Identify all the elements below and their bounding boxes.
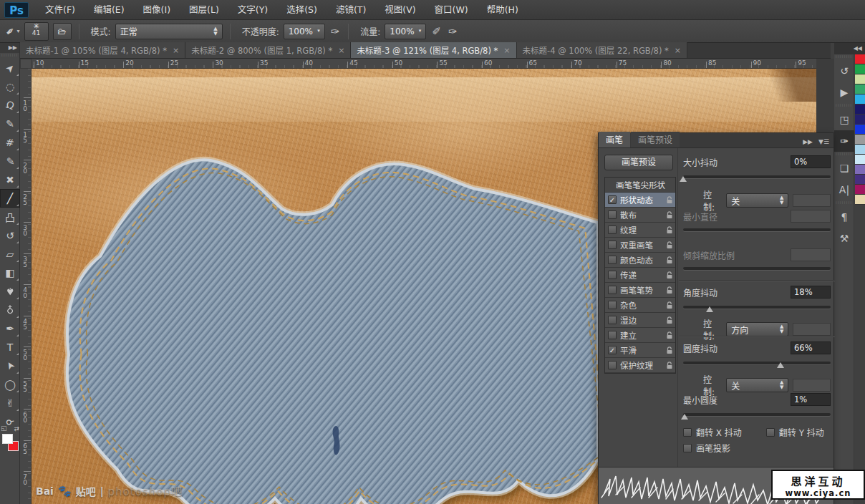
brush-option-6[interactable]: 画笔笔势 bbox=[605, 283, 675, 298]
checkbox[interactable] bbox=[608, 346, 617, 354]
menu-item-2[interactable]: 图像(I) bbox=[134, 4, 180, 15]
healing-brush-tool[interactable]: ✚ bbox=[0, 170, 20, 189]
history-brush-tool[interactable]: ↺ bbox=[0, 226, 20, 245]
menu-item-6[interactable]: 滤镜(T) bbox=[327, 4, 375, 15]
foreground-color-swatch[interactable] bbox=[2, 434, 13, 444]
brush-tool[interactable]: ╱ bbox=[0, 189, 20, 208]
checkbox[interactable] bbox=[608, 361, 617, 369]
airbrush-icon[interactable]: ✐ bbox=[432, 25, 441, 38]
character-panel-icon[interactable]: A| bbox=[834, 179, 854, 200]
clone-stamp-tool[interactable]: 凸 bbox=[0, 208, 20, 226]
flip-x-checkbox[interactable] bbox=[683, 428, 692, 437]
lock-icon[interactable] bbox=[666, 331, 673, 339]
brush-option-8[interactable]: 湿边 bbox=[605, 313, 675, 328]
dock-grip[interactable]: ıııııııı bbox=[834, 54, 854, 60]
color-swatch-8[interactable] bbox=[855, 135, 865, 145]
tab-brush[interactable]: 画笔 bbox=[599, 132, 630, 147]
color-swatch-2[interactable] bbox=[855, 74, 865, 84]
brush-option-7[interactable]: 杂色 bbox=[605, 298, 675, 313]
menu-item-0[interactable]: 文件(F) bbox=[36, 4, 84, 15]
color-swatch-3[interactable] bbox=[855, 84, 865, 94]
lock-icon[interactable] bbox=[666, 301, 673, 309]
color-swatch-5[interactable] bbox=[855, 105, 865, 115]
brush-option-2[interactable]: 纹理 bbox=[605, 223, 675, 238]
dock-grip[interactable]: ıııııııı bbox=[834, 152, 854, 158]
close-icon[interactable]: × bbox=[503, 46, 510, 55]
menu-item-1[interactable]: 编辑(E) bbox=[84, 4, 134, 15]
angle-jitter-slider[interactable] bbox=[683, 304, 831, 313]
checkbox[interactable] bbox=[608, 256, 617, 264]
pressure-opacity-icon[interactable]: ✑ bbox=[331, 25, 340, 38]
checkbox[interactable] bbox=[608, 316, 617, 324]
pen-tool[interactable]: ✒ bbox=[0, 319, 20, 338]
swap-colors-icon[interactable]: ⇄ bbox=[14, 425, 19, 432]
menu-item-3[interactable]: 图层(L) bbox=[180, 4, 228, 15]
dock-grip[interactable]: ıııııııı bbox=[834, 103, 854, 109]
3d-panel-icon[interactable]: ◳ bbox=[834, 109, 854, 130]
size-control-dropdown[interactable]: 关 ▲▼ bbox=[726, 193, 788, 208]
brush-projection-checkbox[interactable] bbox=[683, 444, 692, 452]
eyedropper-tool[interactable]: ✐ bbox=[0, 152, 20, 170]
panel-menu-icon[interactable]: ▼☰ bbox=[818, 138, 829, 145]
blur-tool[interactable]: ♠ bbox=[0, 282, 20, 301]
flip-y-checkbox[interactable] bbox=[766, 428, 775, 437]
angle-jitter-input[interactable]: 18% bbox=[791, 286, 831, 299]
pressure-size-icon[interactable]: ✑ bbox=[448, 25, 458, 38]
brush-option-11[interactable]: 保护纹理 bbox=[605, 358, 675, 373]
collapse-panel-icon[interactable]: ▶▶ bbox=[803, 138, 813, 145]
dodge-tool[interactable]: ♀ bbox=[0, 301, 20, 319]
paragraph-panel-icon[interactable]: ¶ bbox=[834, 206, 854, 228]
min-roundness-input[interactable]: 1% bbox=[791, 393, 831, 406]
path-selection-tool[interactable]: ➤ bbox=[0, 357, 20, 375]
menu-item-9[interactable]: 帮助(H) bbox=[478, 4, 528, 15]
color-swatch-0[interactable] bbox=[855, 54, 865, 64]
default-colors-icon[interactable]: ◱ bbox=[1, 425, 7, 432]
lock-icon[interactable] bbox=[666, 196, 673, 204]
ellipse-tool[interactable]: ◯ bbox=[0, 375, 20, 394]
roundness-jitter-slider[interactable] bbox=[683, 360, 831, 369]
current-tool-chip[interactable]: ✒ ▾ bbox=[6, 25, 20, 38]
elliptical-marquee-tool[interactable]: ◌ bbox=[0, 77, 20, 96]
flow-dropdown[interactable]: 100% ▾ bbox=[385, 24, 426, 39]
document-tab-4[interactable]: 未标题-4 @ 100% (图层 22, RGB/8) *× bbox=[517, 42, 688, 58]
brush-option-4[interactable]: 颜色动态 bbox=[605, 253, 675, 268]
color-swatch-10[interactable] bbox=[855, 155, 865, 165]
color-swatch-7[interactable] bbox=[855, 125, 865, 135]
lock-icon[interactable] bbox=[666, 241, 673, 249]
type-tool[interactable]: T bbox=[0, 338, 20, 357]
eraser-tool[interactable]: ▱ bbox=[0, 245, 20, 263]
history-panel-icon[interactable]: ↺ bbox=[834, 60, 854, 82]
checkbox[interactable] bbox=[608, 286, 617, 294]
min-roundness-slider[interactable] bbox=[683, 412, 831, 420]
close-icon[interactable]: × bbox=[675, 46, 681, 55]
checkbox[interactable] bbox=[608, 226, 617, 234]
toolbar-collapse-button[interactable]: ▶▶ bbox=[0, 43, 19, 53]
menu-item-8[interactable]: 窗口(W) bbox=[425, 4, 478, 15]
checkbox[interactable] bbox=[608, 210, 617, 219]
close-icon[interactable]: × bbox=[173, 46, 179, 55]
quick-selection-tool[interactable]: ✎ bbox=[0, 115, 20, 133]
document-tab-3[interactable]: 未标题-3 @ 121% (图层 4, RGB/8) *× bbox=[351, 42, 516, 58]
document-tab-1[interactable]: 未标题-1 @ 105% (图层 4, RGB/8) *× bbox=[20, 42, 185, 58]
lock-icon[interactable] bbox=[666, 286, 673, 294]
vertical-ruler[interactable]: 10152025303540455055606570 bbox=[20, 69, 32, 504]
document-tab-2[interactable]: 未标题-2 @ 800% (图层 1, RGB/8) *× bbox=[185, 42, 351, 58]
brush-option-0[interactable]: 形状动态 bbox=[605, 193, 675, 208]
menu-item-7[interactable]: 视图(V) bbox=[375, 4, 425, 15]
size-jitter-input[interactable]: 0% bbox=[791, 155, 831, 168]
tab-brush-presets[interactable]: 画笔预设 bbox=[631, 132, 680, 147]
color-swatch-12[interactable] bbox=[855, 175, 865, 185]
menu-item-4[interactable]: 文字(Y) bbox=[228, 4, 277, 15]
lock-icon[interactable] bbox=[666, 211, 673, 219]
brush-option-1[interactable]: 散布 bbox=[605, 208, 675, 223]
size-jitter-slider[interactable] bbox=[683, 174, 831, 183]
brush-presets-button[interactable]: 画笔预设 bbox=[604, 155, 673, 170]
horizontal-ruler[interactable]: ▲ 101520253035404550556065707580859095 bbox=[32, 59, 828, 69]
checkbox[interactable] bbox=[608, 271, 617, 279]
clone-source-panel-icon[interactable]: ❏ bbox=[834, 158, 854, 179]
lock-icon[interactable] bbox=[666, 271, 673, 279]
mode-dropdown[interactable]: 正常 ▲▼ bbox=[115, 24, 223, 39]
move-tool[interactable]: ➤ bbox=[0, 59, 20, 77]
lasso-tool[interactable]: Ω bbox=[0, 96, 20, 115]
brush-option-9[interactable]: 建立 bbox=[605, 328, 675, 343]
